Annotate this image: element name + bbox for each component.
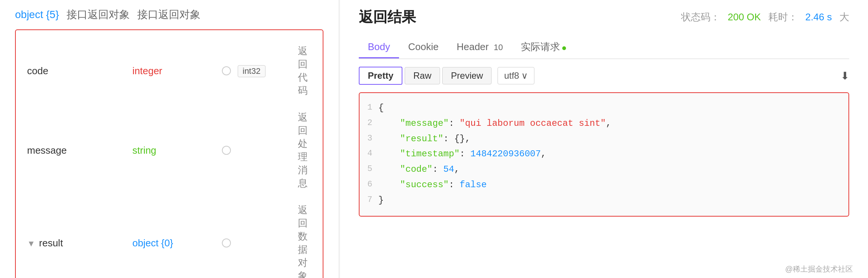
footer-text: @稀土掘金技术社区 [785, 264, 853, 274]
format-badge-code: int32 [238, 65, 266, 77]
line-num-5: 5 [363, 162, 378, 176]
code-content-4: "timestamp": 1484220936007, [378, 147, 841, 162]
code-line-6: 6 "success": false [363, 177, 841, 193]
table-row: code integer int32 返回代码 [27, 38, 311, 104]
result-header: 返回结果 状态码： 200 OK 耗时： 2.46 s 大 [359, 8, 849, 27]
tab-header[interactable]: Header 10 [448, 37, 512, 58]
field-desc-code: 返回代码 [290, 44, 311, 97]
code-content-1: { [378, 101, 841, 116]
radio-circle[interactable] [222, 238, 231, 247]
table-row: ▼result object {0} 返回数据对象 [27, 197, 311, 278]
format-preview-button[interactable]: Preview [442, 67, 492, 84]
line-num-1: 1 [363, 101, 378, 115]
line-num-6: 6 [363, 177, 378, 191]
code-line-7: 7 } [363, 193, 841, 208]
tab-actual-request[interactable]: 实际请求 [512, 36, 575, 59]
format-pretty-button[interactable]: Pretty [359, 67, 402, 85]
field-desc-message: 返回处理消息 [290, 111, 311, 190]
radio-circle[interactable] [222, 66, 231, 75]
table-row: message string 返回处理消息 [27, 104, 311, 197]
size-label: 大 [839, 11, 849, 24]
line-num-4: 4 [363, 147, 378, 160]
result-meta: 状态码： 200 OK 耗时： 2.46 s 大 [681, 11, 849, 24]
download-icon[interactable]: ⬇ [841, 70, 849, 82]
code-block: 1 { 2 "message": "qui laborum occaecat s… [359, 92, 849, 217]
expand-icon[interactable]: ▼ [27, 239, 35, 248]
result-title: 返回结果 [359, 8, 416, 27]
tab-cookie[interactable]: Cookie [399, 37, 448, 58]
code-line-1: 1 { [363, 101, 841, 116]
code-content-3: "result": {}, [378, 131, 841, 147]
encoding-select[interactable]: utf8 ∨ [498, 67, 534, 84]
line-num-7: 7 [363, 193, 378, 207]
code-content-7: } [378, 193, 841, 208]
field-name-message: message [27, 145, 132, 156]
time-value: 2.46 s [805, 11, 832, 23]
field-type-result: object {0} [132, 237, 215, 249]
encoding-value: utf8 [504, 70, 519, 81]
format-bar: Pretty Raw Preview utf8 ∨ ⬇ [359, 67, 849, 85]
code-line-4: 4 "timestamp": 1484220936007, [363, 147, 841, 162]
radio-circle[interactable] [222, 146, 231, 155]
line-num-3: 3 [363, 131, 378, 145]
field-radio-message[interactable] [215, 146, 238, 155]
header-badge: 10 [494, 43, 503, 52]
time-label: 耗时： [768, 11, 798, 24]
schema-table: code integer int32 返回代码 message string 返… [15, 29, 323, 278]
object-label-2: 接口返回对象 [137, 8, 200, 22]
tab-bar: Body Cookie Header 10 实际请求 [359, 36, 849, 59]
status-code: 200 OK [728, 11, 761, 23]
field-name-result: ▼result [27, 237, 132, 249]
code-line-3: 3 "result": {}, [363, 131, 841, 147]
object-header: object {5} 接口返回对象 接口返回对象 [15, 8, 323, 22]
field-type-message: string [132, 145, 215, 156]
field-radio-code[interactable] [215, 66, 238, 75]
line-num-2: 2 [363, 116, 378, 130]
field-desc-result: 返回数据对象 [290, 203, 311, 278]
chevron-down-icon: ∨ [521, 70, 528, 81]
code-content-2: "message": "qui laborum occaecat sint", [378, 116, 841, 131]
code-content-5: "code": 54, [378, 162, 841, 177]
tab-body[interactable]: Body [359, 37, 399, 58]
code-line-5: 5 "code": 54, [363, 162, 841, 177]
object-label-1: 接口返回对象 [67, 8, 130, 22]
field-format-code: int32 [238, 64, 290, 77]
field-type-code: integer [132, 65, 215, 77]
left-panel: object {5} 接口返回对象 接口返回对象 code integer in… [0, 0, 338, 278]
field-radio-result[interactable] [215, 238, 238, 247]
code-content-6: "success": false [378, 177, 841, 193]
code-line-2: 2 "message": "qui laborum occaecat sint"… [363, 116, 841, 131]
field-name-code: code [27, 65, 132, 77]
dot-icon [562, 46, 566, 50]
format-raw-button[interactable]: Raw [405, 67, 440, 84]
status-label: 状态码： [681, 11, 720, 24]
right-panel: 返回结果 状态码： 200 OK 耗时： 2.46 s 大 Body Cooki… [340, 0, 868, 278]
object-type: object {5} [15, 9, 59, 21]
